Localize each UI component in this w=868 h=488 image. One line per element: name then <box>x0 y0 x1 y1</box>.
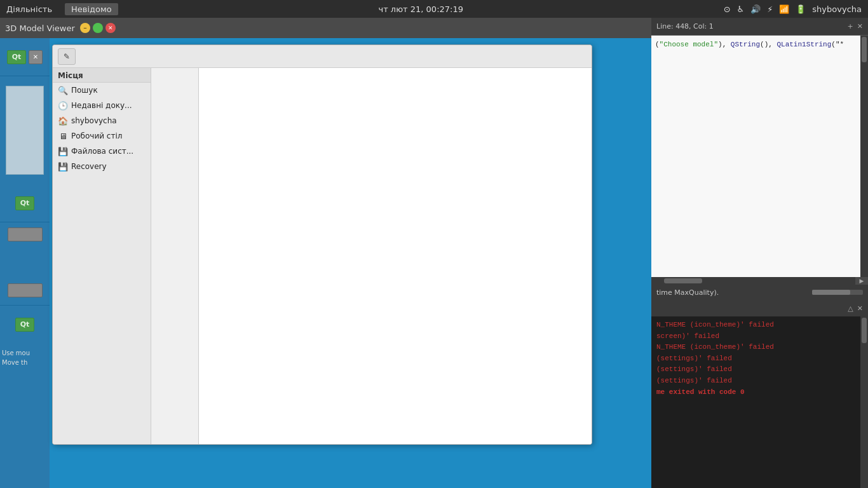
output-topbar: △ ✕ <box>651 300 868 316</box>
system-bar-left: Діяльність Невідомо <box>6 3 118 15</box>
qt-close-button[interactable]: ✕ <box>29 50 43 64</box>
output-text: N_THEME (icon_theme)' failed screen)' fa… <box>651 316 860 488</box>
app-name[interactable]: Невідомо <box>65 3 118 15</box>
editor-status-label: Line: 448, Col: 1 <box>656 22 714 30</box>
editor-controls: + ✕ <box>848 22 863 30</box>
expand-icon[interactable]: + <box>848 22 853 30</box>
output-scrollbar-thumb <box>862 318 867 343</box>
system-bar-right: ⊙ ♿ 🔊 ⚡ 📶 🔋 shybovycha <box>724 4 862 14</box>
qt-second-panel: Qt <box>0 184 50 222</box>
code-suffix: ("* <box>831 41 844 48</box>
qt-viewer-area <box>0 76 50 184</box>
home-icon: 🏠 <box>58 116 68 126</box>
qt-canvas <box>6 86 44 175</box>
file-dialog-body: Місця 🔍 Пошук 🕒 Недавні доку... 🏠 shybov… <box>53 68 592 444</box>
code-string-choose: "Choose model" <box>660 41 718 48</box>
code-paren: (), <box>760 41 776 48</box>
output-line-5: (settings)' failed <box>656 364 855 376</box>
output-controls: △ ✕ <box>848 304 863 313</box>
places-item-desktop[interactable]: 🖥 Робочий стіл <box>53 128 151 144</box>
qt-third-panel: Qt <box>0 305 50 343</box>
editor-status-bar: time MaxQuality). <box>651 285 868 300</box>
window-controls: − ✕ <box>80 23 116 33</box>
places-item-recovery[interactable]: 💾 Recovery <box>53 159 151 174</box>
vertical-scrollbar-editor[interactable] <box>860 36 868 277</box>
bluetooth-icon: ⚡ <box>767 4 773 14</box>
move-text-label: Move th <box>2 359 46 366</box>
places-item-label: Недавні доку... <box>71 101 132 110</box>
editor-topbar: Line: 448, Col: 1 + ✕ <box>651 18 868 36</box>
places-item-label: Робочий стіл <box>71 132 122 140</box>
qt-gray-button-2[interactable] <box>8 283 43 297</box>
output-line-4: (settings)' failed <box>656 353 855 365</box>
output-content-area: N_THEME (icon_theme)' failed screen)' fa… <box>651 316 868 488</box>
activities-button[interactable]: Діяльність <box>6 4 52 14</box>
time-quality-label: time MaxQuality). <box>656 288 719 297</box>
qt-bottom-area: Qt Use mou Move th <box>0 222 50 488</box>
places-item-search[interactable]: 🔍 Пошук <box>53 83 151 98</box>
places-item-label: Recovery <box>71 162 107 171</box>
use-mouse-label: Use mou <box>2 349 46 356</box>
qt-logo-button-3[interactable]: Qt <box>15 318 34 332</box>
places-item-label: Пошук <box>71 86 98 95</box>
output-line-2: screen)' failed <box>656 331 855 342</box>
file-dialog-toolbar: ✎ <box>53 45 592 68</box>
user-label: shybovycha <box>812 4 862 14</box>
window-titlebar: 3D Model Viewer − ✕ <box>0 18 651 38</box>
code-editor-panel: Line: 448, Col: 1 + ✕ ("Choose model"), … <box>651 18 868 488</box>
file-content-area[interactable] <box>199 68 592 444</box>
window-content: Qt ✕ Qt Qt Use mou Move th <box>0 38 651 488</box>
battery-icon: 🔋 <box>796 4 806 14</box>
output-line-3: N_THEME (icon_theme)' failed <box>656 342 855 353</box>
places-item-label: Файлова сист... <box>71 147 133 156</box>
output-expand-icon[interactable]: △ <box>848 304 853 313</box>
output-scrollbar[interactable] <box>860 316 868 488</box>
maximize-button[interactable] <box>93 23 103 33</box>
qt-logo-button-2[interactable]: Qt <box>15 196 34 210</box>
editor-progress-bar <box>812 290 863 295</box>
window-title: 3D Model Viewer <box>5 24 75 33</box>
drive-icon: 💾 <box>58 146 68 156</box>
toolbar-edit-button[interactable]: ✎ <box>58 48 76 65</box>
progress-fill <box>812 290 850 295</box>
accessibility-icon: ♿ <box>737 4 745 14</box>
system-bar-datetime: чт лют 21, 00:27:19 <box>378 4 463 14</box>
code-view: ("Choose model"), QString(), QLatin1Stri… <box>651 36 860 277</box>
system-bar: Діяльність Невідомо чт лют 21, 00:27:19 … <box>0 0 868 18</box>
file-panel-narrow <box>151 68 199 444</box>
code-qlatin: QLatin1String <box>776 41 831 48</box>
code-line-1: ("Choose model"), QString(), QLatin1Stri… <box>655 39 857 50</box>
places-header: Місця <box>53 68 151 83</box>
edit-icon: ✎ <box>64 52 70 61</box>
output-line-exit: me exited with code 0 <box>656 387 855 398</box>
minimize-button[interactable]: − <box>80 23 90 33</box>
desktop-icon: 🖥 <box>58 131 68 141</box>
output-close-icon[interactable]: ✕ <box>857 304 863 313</box>
datetime-label: чт лют 21, 00:27:19 <box>378 4 463 14</box>
qt-gray-button-1[interactable] <box>8 227 43 241</box>
file-dialog: ✎ Місця 🔍 Пошук 🕒 Недавні до <box>52 44 592 445</box>
scroll-right-btn[interactable]: ▶ <box>855 277 868 285</box>
code-qstring: QString <box>731 41 760 48</box>
horizontal-scrollbar[interactable]: ▶ <box>651 277 868 285</box>
code-text-pre: ( <box>655 41 660 48</box>
output-line-6: (settings)' failed <box>656 376 855 387</box>
settings-icon: ⊙ <box>724 4 731 14</box>
places-panel: Місця 🔍 Пошук 🕒 Недавні доку... 🏠 shybov… <box>53 68 151 444</box>
editor-code-upper: ("Choose model"), QString(), QLatin1Stri… <box>651 36 868 277</box>
qt-top-panel: Qt ✕ <box>0 38 50 76</box>
search-icon: 🔍 <box>58 85 68 95</box>
close-button[interactable]: ✕ <box>105 23 116 33</box>
close-editor-icon[interactable]: ✕ <box>857 22 863 30</box>
h-scrollbar-thumb <box>664 278 702 283</box>
output-line-1: N_THEME (icon_theme)' failed <box>656 320 855 331</box>
main-area: 3D Model Viewer − ✕ Qt ✕ Qt <box>0 18 868 488</box>
model-viewer-window: 3D Model Viewer − ✕ Qt ✕ Qt <box>0 18 651 488</box>
places-item-home[interactable]: 🏠 shybovycha <box>53 113 151 128</box>
places-item-filesystem[interactable]: 💾 Файлова сист... <box>53 144 151 159</box>
places-item-recent[interactable]: 🕒 Недавні доку... <box>53 98 151 113</box>
volume-icon: 🔊 <box>750 4 761 14</box>
qt-logo-button[interactable]: Qt <box>7 50 26 64</box>
scrollbar-thumb <box>862 37 867 62</box>
code-text-mid: ), <box>718 41 731 48</box>
